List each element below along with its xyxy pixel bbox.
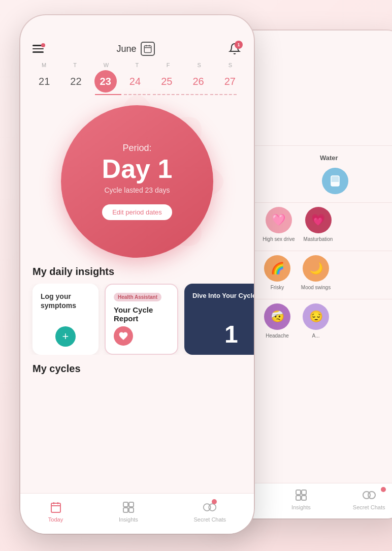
mood-frisky-icon: 🌈 [264,255,290,282]
health-assistant-card[interactable]: Health Assistant Your CycleReport [105,284,178,355]
sex-drive-label: High sex drive [263,236,295,242]
log-symptoms-card[interactable]: Log yoursymptoms + [32,284,99,355]
back-nav-secret-chats[interactable]: Secret Chats [353,488,385,510]
svg-rect-9 [302,496,306,500]
hamburger-line-2 [32,48,44,50]
log-card-title: Log yoursymptoms [41,292,76,310]
day-label-t1: T [62,62,88,68]
health-badge: Health Assistant [114,293,161,301]
day-label-t2: T [124,62,150,68]
symptom-a-icon: 😔 [303,303,329,330]
masturbation-icon: 💗 [305,207,332,233]
header-center: June [116,42,154,56]
week-strip: M T W T F S S 21 22 23 24 25 26 27 [20,62,254,95]
symptom-headache-icon: 🤕 [264,303,290,330]
back-water-title: Water [310,148,392,166]
back-symptom-a[interactable]: 😔 A... [301,303,331,339]
add-symptoms-button[interactable]: + [55,326,76,347]
svg-point-11 [368,492,375,499]
health-card-icon [114,326,133,346]
nav-insights[interactable]: Insights [119,500,138,523]
back-nav-secret-label: Secret Chats [353,504,385,510]
svg-point-29 [209,504,216,511]
dive-card-number: 1 [224,322,238,347]
cycle-circle-container: Period: Day 1 Cycle lasted 23 days Edit … [20,105,254,258]
day-label-f: F [155,62,181,68]
masturbation-label: Masturbation [304,236,333,242]
nav-today-label: Today [48,516,63,523]
day-label-s2: S [217,62,243,68]
mood-swings-label: Mood swings [301,285,331,291]
day-label-m: M [31,62,57,68]
health-card-title: Your CycleReport [114,305,153,323]
svg-rect-6 [296,490,301,495]
notification-badge: 1 [235,41,243,49]
week-day-25[interactable]: 25 [153,70,180,93]
back-nav-secret-icon [362,488,376,502]
back-water-row [310,166,392,200]
cycle-circle: Period: Day 1 Cycle lasted 23 days Edit … [61,105,213,258]
svg-rect-20 [51,503,60,512]
dive-card-title: Dive Into Your Cycle Day [192,292,254,300]
current-month: June [116,44,136,54]
secret-chats-badge [381,487,386,492]
week-day-22[interactable]: 22 [62,70,89,93]
notification-bell[interactable]: 1 [227,42,242,56]
nav-secret-chats-label: Secret Chats [194,516,226,523]
back-nav-insights[interactable]: Insights [291,488,311,510]
symptom-a-label: A... [312,333,319,339]
week-day-24[interactable]: 24 [122,70,148,93]
dive-cycle-card[interactable]: Dive Into Your Cycle Day 1 [184,284,254,355]
week-day-27[interactable]: 27 [217,70,243,93]
day-label-s1: S [186,62,212,68]
svg-rect-25 [129,502,134,507]
nav-secret-chats-icon [203,500,217,514]
svg-rect-24 [123,502,128,507]
nav-today[interactable]: Today [48,500,63,523]
back-mood-frisky[interactable]: 🌈 Frisky [262,255,292,291]
svg-rect-8 [296,496,301,500]
day-label-w: W [93,62,119,68]
symptom-headache-label: Headache [266,333,289,339]
phone-front: June 1 M T W T F S [20,15,254,534]
week-days: 21 22 23 24 25 26 27 [28,70,246,93]
week-day-labels: M T W T F S S [28,62,246,68]
week-day-21[interactable]: 21 [31,70,57,93]
insights-scroll: Log yoursymptoms + Health Assistant Your… [20,284,254,355]
secret-chats-notification [212,499,217,504]
nav-secret-chats[interactable]: Secret Chats [194,500,226,523]
svg-rect-12 [144,46,151,53]
day-number: Day 1 [102,156,173,182]
hamburger-line-3 [32,51,44,53]
back-nav-insights-label: Insights [291,504,311,510]
edit-period-button[interactable]: Edit period dates [102,204,172,220]
back-masturbation[interactable]: 💗 Masturbation [303,207,334,242]
nav-insights-icon [121,500,136,514]
period-label: Period: [122,143,151,154]
back-water-item[interactable] [320,168,350,194]
back-nav-insights-icon [294,488,308,502]
mood-frisky-label: Frisky [271,285,284,291]
back-sex-drive[interactable]: 🩷 High sex drive [263,207,295,242]
hamburger-menu[interactable] [32,45,44,53]
water-icon [322,168,348,194]
app-header: June 1 [20,38,254,62]
bottom-nav: Today Insights Se [20,493,254,534]
my-cycles-title: My cycles [20,363,254,375]
svg-rect-1 [331,182,339,186]
nav-insights-label: Insights [119,516,138,523]
week-day-23[interactable]: 23 [94,70,117,93]
svg-rect-7 [302,490,306,495]
cycle-days: Cycle lasted 23 days [104,186,170,194]
week-day-26[interactable]: 26 [185,70,212,93]
back-symptom-headache[interactable]: 🤕 Headache [262,303,292,339]
calendar-icon[interactable] [141,42,155,56]
svg-rect-27 [129,508,134,512]
back-mood-swings[interactable]: 🌙 Mood swings [301,255,331,291]
sex-drive-icon: 🩷 [266,207,292,233]
svg-rect-26 [123,508,128,512]
nav-today-icon [49,500,63,514]
mood-swings-icon: 🌙 [303,255,329,282]
menu-notification-dot [41,43,45,47]
status-bar [20,15,254,38]
